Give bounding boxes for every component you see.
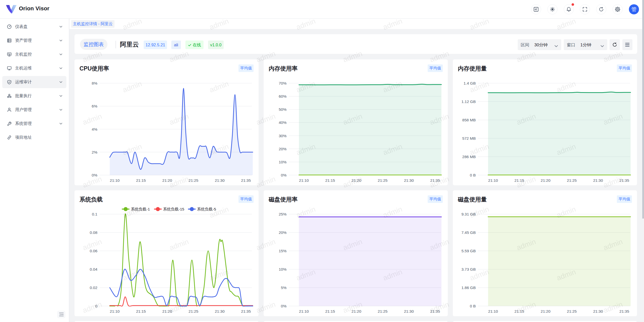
svg-text:0: 0 xyxy=(95,304,97,308)
svg-text:7.45 GB: 7.45 GB xyxy=(461,230,476,235)
svg-text:21:30: 21:30 xyxy=(593,309,603,313)
svg-text:0.02: 0.02 xyxy=(90,285,97,290)
svg-text:25%: 25% xyxy=(279,212,287,216)
svg-text:10%: 10% xyxy=(279,267,287,271)
svg-text:21:35: 21:35 xyxy=(241,309,251,313)
svg-text:0 B: 0 B xyxy=(470,304,476,308)
svg-text:3.73 GB: 3.73 GB xyxy=(461,267,476,271)
svg-text:21:15: 21:15 xyxy=(514,178,524,183)
svg-text:21:30: 21:30 xyxy=(593,178,603,183)
svg-text:21:35: 21:35 xyxy=(619,309,629,313)
svg-text:0 B: 0 B xyxy=(470,173,476,177)
svg-text:21:10: 21:10 xyxy=(488,178,498,183)
svg-text:21:20: 21:20 xyxy=(351,178,361,183)
svg-text:0.06: 0.06 xyxy=(90,249,97,253)
svg-text:21:20: 21:20 xyxy=(541,309,550,313)
svg-text:21:25: 21:25 xyxy=(378,309,388,313)
svg-text:9.31 GB: 9.31 GB xyxy=(461,212,476,216)
svg-text:21:20: 21:20 xyxy=(351,309,361,313)
svg-text:21:15: 21:15 xyxy=(514,309,524,313)
svg-text:4%: 4% xyxy=(92,127,98,131)
svg-text:21:25: 21:25 xyxy=(567,178,577,183)
svg-text:21:25: 21:25 xyxy=(378,178,388,183)
svg-text:系统负载-15: 系统负载-15 xyxy=(163,207,184,211)
svg-text:21:35: 21:35 xyxy=(619,178,629,183)
svg-text:0.08: 0.08 xyxy=(90,230,97,235)
svg-text:21:15: 21:15 xyxy=(136,309,146,313)
svg-text:70%: 70% xyxy=(279,81,287,85)
svg-text:21:10: 21:10 xyxy=(110,309,120,313)
svg-text:21:10: 21:10 xyxy=(110,178,120,183)
svg-text:21:25: 21:25 xyxy=(189,178,198,183)
svg-text:21:15: 21:15 xyxy=(136,178,146,183)
svg-text:30%: 30% xyxy=(279,134,287,138)
svg-text:572 MB: 572 MB xyxy=(462,136,476,140)
svg-text:系统负载-5: 系统负载-5 xyxy=(197,207,216,211)
svg-text:1.86 GB: 1.86 GB xyxy=(461,285,476,290)
svg-text:2%: 2% xyxy=(92,150,98,154)
svg-text:21:15: 21:15 xyxy=(325,178,335,183)
svg-text:21:15: 21:15 xyxy=(325,309,335,313)
svg-text:21:20: 21:20 xyxy=(541,178,550,183)
svg-text:21:35: 21:35 xyxy=(430,178,440,183)
svg-text:286 MB: 286 MB xyxy=(462,155,476,159)
svg-text:21:10: 21:10 xyxy=(488,309,498,313)
svg-text:0%: 0% xyxy=(281,304,287,308)
svg-text:0.1: 0.1 xyxy=(92,212,97,216)
svg-text:20%: 20% xyxy=(279,230,287,235)
svg-text:50%: 50% xyxy=(279,107,287,112)
svg-text:5.59 GB: 5.59 GB xyxy=(461,249,476,253)
svg-text:1.12 GB: 1.12 GB xyxy=(461,99,476,104)
svg-text:21:10: 21:10 xyxy=(299,309,309,313)
svg-text:0%: 0% xyxy=(281,173,287,177)
svg-text:5%: 5% xyxy=(281,285,287,290)
svg-text:系统负载-1: 系统负载-1 xyxy=(131,207,150,211)
svg-text:10%: 10% xyxy=(279,160,287,164)
svg-text:20%: 20% xyxy=(279,147,287,151)
svg-text:21:20: 21:20 xyxy=(162,178,172,183)
svg-text:15%: 15% xyxy=(279,249,287,253)
svg-text:21:30: 21:30 xyxy=(404,309,414,313)
svg-text:0%: 0% xyxy=(92,173,98,177)
svg-text:21:30: 21:30 xyxy=(215,178,225,183)
svg-text:858 MB: 858 MB xyxy=(462,118,476,122)
svg-text:60%: 60% xyxy=(279,94,287,98)
svg-text:21:30: 21:30 xyxy=(404,178,414,183)
svg-text:21:35: 21:35 xyxy=(241,178,251,183)
svg-text:0.04: 0.04 xyxy=(90,267,98,271)
svg-text:21:30: 21:30 xyxy=(215,309,225,313)
svg-text:6%: 6% xyxy=(92,104,98,108)
svg-text:40%: 40% xyxy=(279,120,287,125)
svg-text:21:10: 21:10 xyxy=(299,178,309,183)
svg-text:8%: 8% xyxy=(92,81,98,85)
svg-text:21:35: 21:35 xyxy=(430,309,440,313)
svg-text:21:25: 21:25 xyxy=(189,309,198,313)
svg-text:21:20: 21:20 xyxy=(162,309,172,313)
svg-text:1.4 GB: 1.4 GB xyxy=(464,81,476,85)
svg-text:21:25: 21:25 xyxy=(567,309,577,313)
